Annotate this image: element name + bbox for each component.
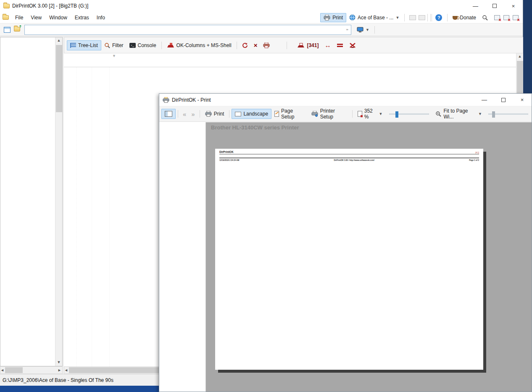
previous-page-button[interactable]: « (180, 110, 189, 118)
sidebar-icon (165, 111, 172, 117)
ok-columns-button[interactable]: OK-Columns + MS-Shell (164, 41, 234, 50)
column-pack-button[interactable] (334, 41, 346, 50)
app-icon (3, 4, 10, 8)
zoom-page-icon (358, 111, 362, 117)
main-titlebar: DirPrintOK 3.00 [2] - [Big2TB (G:)] — × (0, 0, 523, 12)
maximize-button[interactable] (494, 94, 513, 106)
magnifier-icon (482, 15, 488, 21)
page-setup-button[interactable]: Page Setup (271, 106, 308, 121)
print-list-button[interactable] (260, 41, 273, 50)
tree-vertical-scrollbar[interactable]: ▲ ▼ (55, 37, 62, 366)
filter-button[interactable]: Filter (101, 41, 126, 50)
print-titlebar: DirPrintOK - Print — × (159, 94, 532, 106)
zoom-slider-handle[interactable] (395, 111, 398, 118)
next-window-icon[interactable] (419, 15, 425, 20)
folder-up-icon (14, 27, 20, 32)
zoom-slider[interactable] (389, 113, 429, 115)
computer-dropdown[interactable]: ▼ (354, 26, 372, 34)
close-button[interactable]: × (504, 0, 523, 12)
address-expand-icon[interactable]: » (346, 28, 351, 32)
footer-page-number: Page 1 of 2 (469, 159, 479, 161)
menu-bar: FileViewWindowExtrasInfo Print Ace of Ba… (0, 12, 523, 24)
prev-window-icon[interactable] (409, 15, 416, 20)
maximize-button[interactable] (485, 0, 504, 12)
print-doc-icon (263, 42, 270, 48)
refresh-button[interactable] (239, 41, 251, 50)
printer-setup-button[interactable]: Printer Setup (308, 106, 350, 121)
maximize-icon (492, 4, 497, 8)
print-window-title: DirPrintOK - Print (172, 97, 211, 103)
fit-slider[interactable] (488, 113, 528, 115)
fit-slider-handle[interactable] (492, 111, 495, 118)
print-count: [341] (307, 42, 319, 48)
next-page-button[interactable]: » (189, 110, 197, 118)
menu-item-file[interactable]: File (11, 13, 27, 22)
close-tab-icon[interactable] (494, 15, 500, 20)
tree-scroll-thumb[interactable] (56, 45, 62, 112)
ok-columns-label: OK-Columns + MS-Shell (176, 42, 232, 48)
chevron-down-icon: ▼ (366, 28, 369, 32)
folder-up-button[interactable] (14, 27, 20, 33)
scroll-left-icon[interactable]: ◄ (0, 368, 4, 372)
status-path: G:\J\MP3_2006\Ace of Base - Singles Of T… (3, 377, 113, 383)
columns-view-icon[interactable] (4, 27, 11, 33)
print-selection-button[interactable]: [341] (294, 41, 321, 50)
menu-item-info[interactable]: Info (93, 13, 109, 22)
page-corner-mark: [4:1] (475, 152, 479, 154)
chevron-down-icon: ▼ (379, 112, 383, 116)
menu-item-window[interactable]: Window (45, 13, 71, 22)
printer-setup-icon (311, 111, 318, 117)
delete-button[interactable]: × (251, 41, 261, 50)
menu-item-view[interactable]: View (27, 13, 45, 22)
toggle-pages-panel-button[interactable] (161, 109, 176, 119)
coffee-cup-icon (453, 16, 458, 20)
scroll-left-icon[interactable]: ◄ (64, 368, 68, 372)
scroll-right-icon[interactable]: ► (58, 368, 62, 372)
printer-name: Brother HL-3140CW series Printer (211, 124, 299, 131)
close-button[interactable]: × (513, 94, 532, 106)
tree-list-button[interactable]: Tree-List (67, 40, 101, 50)
tree-hscroll-thumb[interactable] (5, 367, 23, 373)
printer-red-icon (297, 42, 305, 48)
address-combo[interactable]: » (24, 25, 351, 35)
page-footer: 12/19/2018 2:34:34 AM DirPrintOK 3.00 / … (219, 158, 479, 162)
scroll-up-icon[interactable]: ▲ (516, 53, 523, 60)
page-header: DirPrintOK [4:1] (219, 150, 479, 155)
printer-icon (205, 111, 212, 117)
printer-icon (163, 97, 169, 103)
address-toolbar: » ▼ (0, 24, 523, 36)
chevron-down-icon: ▼ (395, 16, 399, 20)
print-toolbar: « » Print Landscape Page Setup Printer S… (159, 106, 532, 122)
minimize-button[interactable]: — (466, 0, 485, 12)
menu-item-extras[interactable]: Extras (71, 13, 93, 22)
filter-icon (104, 42, 110, 48)
arrows-horizontal-icon: ↔ (324, 42, 331, 49)
fit-columns-button[interactable]: ↔ (321, 40, 334, 50)
minimize-button[interactable]: — (475, 94, 494, 106)
preview-area: Brother HL-3140CW series Printer DirPrin… (206, 122, 532, 392)
console-button[interactable]: ›_ Console (126, 41, 159, 50)
preview-page: DirPrintOK [4:1] 12/19/2018 2:34:34 AM D… (215, 149, 483, 370)
monitor-icon (357, 27, 363, 33)
zoom-value-dropdown[interactable]: 352 % ▼ (355, 106, 386, 121)
remove-columns-button[interactable] (346, 41, 359, 50)
profile-dropdown[interactable]: Ace of Base - ... ▼ (346, 13, 402, 22)
footer-timestamp: 12/19/2018 2:34:34 AM (219, 159, 239, 161)
print-button[interactable]: Print (202, 109, 227, 118)
close-window-icon[interactable] (503, 15, 509, 20)
page-setup-icon (274, 111, 279, 117)
donate-button[interactable]: Donate (450, 13, 479, 22)
help-button[interactable]: ? (432, 13, 445, 22)
landscape-button[interactable]: Landscape (232, 109, 271, 119)
fit-mode-dropdown[interactable]: Fit to Page Wi... ▼ (432, 106, 485, 121)
maximize-icon (501, 98, 506, 102)
close-all-icon[interactable] (513, 15, 519, 20)
list-column-headers[interactable]: ▼ (64, 53, 516, 67)
scroll-down-icon[interactable]: ▼ (55, 359, 62, 366)
refresh-icon (242, 42, 248, 48)
landscape-page-icon (235, 112, 241, 116)
print-menu-button[interactable]: Print (320, 13, 346, 22)
scroll-up-icon[interactable]: ▲ (55, 37, 62, 44)
search-button[interactable] (479, 13, 491, 22)
tree-horizontal-scrollbar[interactable]: ◄ ► (0, 366, 63, 374)
